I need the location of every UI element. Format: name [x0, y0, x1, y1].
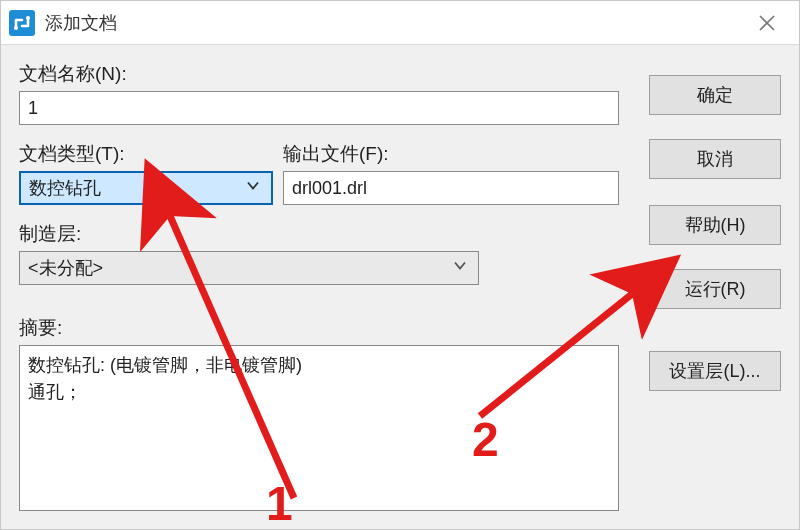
mfg-layer-value: <未分配> — [28, 256, 103, 280]
mfg-layer-label: 制造层: — [19, 221, 81, 247]
set-layers-button[interactable]: 设置层(L)... — [649, 351, 781, 391]
doc-name-label: 文档名称(N): — [19, 61, 127, 87]
cancel-button[interactable]: 取消 — [649, 139, 781, 179]
mfg-layer-select[interactable]: <未分配> — [19, 251, 479, 285]
help-button[interactable]: 帮助(H) — [649, 205, 781, 245]
chevron-down-icon — [452, 258, 468, 279]
doc-name-input[interactable] — [19, 91, 619, 125]
dialog-window: 添加文档 文档名称(N): 文档类型(T): 数控钻孔 输出文件(F): 制造层… — [0, 0, 800, 530]
chevron-down-icon — [245, 178, 261, 199]
svg-rect-0 — [9, 10, 35, 36]
svg-point-2 — [26, 16, 30, 20]
titlebar: 添加文档 — [1, 1, 799, 45]
run-button[interactable]: 运行(R) — [649, 269, 781, 309]
svg-point-1 — [14, 26, 18, 30]
output-file-input[interactable] — [283, 171, 619, 205]
summary-textarea[interactable]: 数控钻孔: (电镀管脚，非电镀管脚) 通孔； — [19, 345, 619, 511]
doc-type-select[interactable]: 数控钻孔 — [19, 171, 273, 205]
doc-type-label: 文档类型(T): — [19, 141, 125, 167]
app-icon — [9, 10, 35, 36]
summary-label: 摘要: — [19, 315, 62, 341]
close-icon — [758, 14, 776, 32]
button-column: 确定 取消 帮助(H) 运行(R) 设置层(L)... — [649, 75, 781, 391]
ok-button[interactable]: 确定 — [649, 75, 781, 115]
doc-type-value: 数控钻孔 — [29, 176, 101, 200]
window-title: 添加文档 — [45, 11, 743, 35]
close-button[interactable] — [743, 1, 791, 45]
dialog-content: 文档名称(N): 文档类型(T): 数控钻孔 输出文件(F): 制造层: <未分… — [19, 61, 781, 517]
output-file-label: 输出文件(F): — [283, 141, 389, 167]
